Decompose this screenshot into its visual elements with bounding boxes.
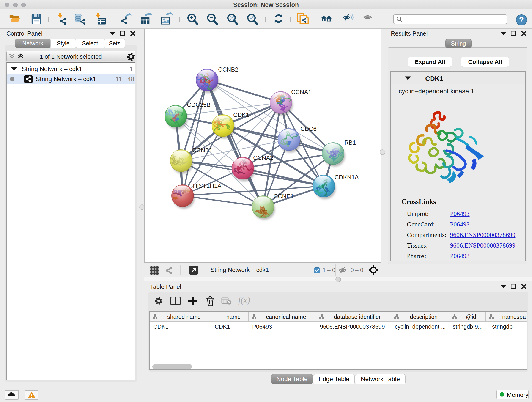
svg-text:?: ? <box>519 15 524 24</box>
